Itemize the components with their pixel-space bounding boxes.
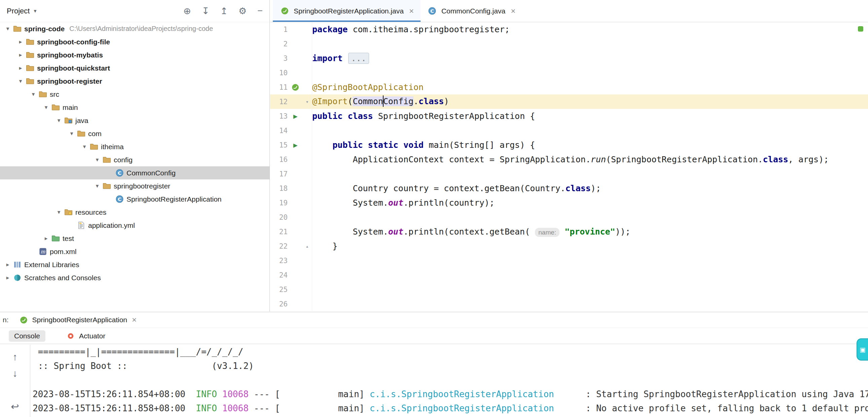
- fold-marker-icon[interactable]: ▴: [303, 243, 311, 249]
- run-line-icon[interactable]: ▶: [288, 112, 303, 120]
- code-line-17[interactable]: 17: [270, 167, 868, 181]
- tree-item-springbootregisterapplication[interactable]: CSpringbootRegisterApplication: [0, 193, 270, 206]
- code-token: .println(country);: [403, 198, 495, 208]
- code-line-11[interactable]: 11@SpringBootApplication: [270, 80, 868, 95]
- chevron-open-icon[interactable]: ▾: [42, 104, 51, 111]
- tree-item-config[interactable]: ▾config: [0, 153, 270, 166]
- code-line-1[interactable]: 1package com.itheima.springbootregister;: [270, 22, 868, 37]
- editor-tab-springbootregisterapplication-java[interactable]: SpringbootRegisterApplication.java×: [273, 0, 421, 22]
- chevron-open-icon[interactable]: ▾: [29, 91, 38, 98]
- soft-wrap-icon[interactable]: ↩: [11, 401, 19, 412]
- chevron-closed-icon[interactable]: ▸: [16, 38, 25, 45]
- tree-item-resources[interactable]: ▾resources: [0, 206, 270, 219]
- fold-marker-icon[interactable]: ▾: [303, 99, 311, 105]
- line-number: 17: [270, 170, 288, 178]
- scroll-to-top-icon[interactable]: ↑: [12, 351, 18, 362]
- inspections-status-icon[interactable]: [858, 26, 863, 32]
- collapse-all-icon[interactable]: ↥: [220, 6, 228, 16]
- chevron-closed-icon[interactable]: ▸: [42, 235, 51, 242]
- tree-item-springboot-config-file[interactable]: ▸springboot-config-file: [0, 35, 270, 48]
- run-line-icon[interactable]: ▶: [288, 141, 303, 149]
- tree-item-external-libraries[interactable]: ▸External Libraries: [0, 258, 270, 271]
- console-token: 2023-08-15T15:26:11.858+08:00: [33, 403, 185, 413]
- tab-console[interactable]: Console: [9, 330, 45, 342]
- chevron-open-icon[interactable]: ▾: [67, 130, 76, 137]
- code-line-2[interactable]: 2: [270, 37, 868, 51]
- close-icon[interactable]: ×: [511, 6, 516, 16]
- tree-item-pom-xml[interactable]: mpom.xml: [0, 245, 270, 258]
- editor-tab-commonconfig-java[interactable]: CCommonConfig.java×: [421, 0, 522, 22]
- console-token: 10068: [222, 403, 249, 413]
- tree-item-scratches-and-consoles[interactable]: ▸Scratches and Consoles: [0, 271, 270, 284]
- tree-item-spring-code[interactable]: ▾spring-codeC:\Users\Administrator\ideaP…: [0, 22, 270, 35]
- tree-item-springbootregister[interactable]: ▾springbootregister: [0, 179, 270, 193]
- code-line-18[interactable]: 18 Country country = context.getBean(Cou…: [270, 181, 868, 196]
- code-line-23[interactable]: 23: [270, 253, 868, 268]
- code-editor[interactable]: 1package com.itheima.springbootregister;…: [270, 22, 868, 312]
- chevron-open-icon[interactable]: ▾: [80, 143, 89, 150]
- code-line-13[interactable]: 13▶public class SpringbootRegisterApplic…: [270, 109, 868, 123]
- chevron-open-icon[interactable]: ▾: [55, 117, 63, 124]
- tree-item-src[interactable]: ▾src: [0, 88, 270, 101]
- folded-imports[interactable]: ...: [348, 53, 369, 64]
- tree-item-main[interactable]: ▾main: [0, 101, 270, 114]
- tree-item-springboot-mybatis[interactable]: ▸springboot-mybatis: [0, 48, 270, 62]
- code-line-22[interactable]: 22▴ }: [270, 239, 868, 253]
- run-view-tabs: ConsoleActuator: [0, 328, 868, 344]
- tree-item-application-yml[interactable]: application.yml: [0, 219, 270, 232]
- code-token: class: [418, 97, 444, 106]
- tree-item-com[interactable]: ▾com: [0, 127, 270, 140]
- tree-item-java[interactable]: ▾java: [0, 114, 270, 127]
- tree-item-test[interactable]: ▸test: [0, 232, 270, 245]
- chevron-closed-icon[interactable]: ▸: [3, 261, 12, 268]
- editor-area: SpringbootRegisterApplication.java×CComm…: [270, 0, 868, 312]
- chevron-open-icon[interactable]: ▾: [3, 25, 12, 32]
- code-line-21[interactable]: 21 System.out.println(context.getBean( n…: [270, 224, 868, 239]
- code-line-12[interactable]: 12▾@Import(CommonConfig.class): [270, 95, 868, 109]
- code-line-26[interactable]: 26: [270, 297, 868, 311]
- gutter: 22▴: [270, 239, 312, 253]
- locate-file-icon[interactable]: ⊕: [183, 6, 191, 16]
- hide-icon[interactable]: −: [257, 6, 263, 16]
- tree-item-commonconfig[interactable]: CCommonConfig: [0, 166, 270, 179]
- code-line-25[interactable]: 25: [270, 282, 868, 297]
- spring-bean-gutter-icon[interactable]: [288, 83, 303, 92]
- scroll-to-bottom-icon[interactable]: ↓: [12, 368, 18, 379]
- run-tab-label: SpringbootRegisterApplication: [32, 316, 127, 324]
- tab-actuator[interactable]: Actuator: [60, 330, 111, 342]
- chevron-closed-icon[interactable]: ▸: [3, 274, 12, 281]
- code-line-19[interactable]: 19 System.out.println(country);: [270, 196, 868, 210]
- tree-item-label: pom.xml: [50, 248, 76, 256]
- project-view-dropdown[interactable]: Project ▾: [7, 7, 37, 15]
- close-icon[interactable]: ×: [409, 6, 414, 16]
- tree-item-label: Scratches and Consoles: [24, 274, 101, 282]
- intellij-window: Project ▾ ⊕↧↥⚙− ▾spring-codeC:\Users\Adm…: [0, 0, 868, 417]
- expand-all-icon[interactable]: ↧: [202, 6, 210, 16]
- tree-item-springboot-quickstart[interactable]: ▸springboot-quickstart: [0, 62, 270, 75]
- chevron-open-icon[interactable]: ▾: [93, 182, 102, 189]
- tree-item-itheima[interactable]: ▾itheima: [0, 140, 270, 153]
- tree-item-label: java: [75, 116, 89, 125]
- run-configuration-tab[interactable]: SpringbootRegisterApplication×: [19, 315, 137, 324]
- gutter: 12▾: [270, 95, 312, 109]
- chevron-open-icon[interactable]: ▾: [16, 78, 25, 85]
- folder-icon: [38, 90, 48, 99]
- project-tree: ▾spring-codeC:\Users\Administrator\ideaP…: [0, 22, 270, 312]
- screen-overlay-button[interactable]: ▣: [857, 338, 868, 360]
- chevron-closed-icon[interactable]: ▸: [16, 51, 25, 59]
- code-token: [312, 140, 332, 150]
- code-line-3[interactable]: 3import ...: [270, 51, 868, 66]
- code-line-14[interactable]: 14: [270, 123, 868, 138]
- code-line-24[interactable]: 24: [270, 268, 868, 282]
- overlay-icon: ▣: [860, 346, 866, 353]
- code-line-16[interactable]: 16 ApplicationContext context = SpringAp…: [270, 152, 868, 167]
- code-line-15[interactable]: 15▶ public static void main(String[] arg…: [270, 138, 868, 152]
- chevron-closed-icon[interactable]: ▸: [16, 65, 25, 72]
- code-line-10[interactable]: 10: [270, 66, 868, 80]
- close-icon[interactable]: ×: [132, 315, 136, 324]
- code-line-20[interactable]: 20: [270, 210, 868, 224]
- tree-item-springboot-register[interactable]: ▾springboot-register: [0, 75, 270, 88]
- settings-icon[interactable]: ⚙: [239, 6, 247, 16]
- chevron-open-icon[interactable]: ▾: [55, 209, 63, 216]
- chevron-open-icon[interactable]: ▾: [93, 156, 102, 163]
